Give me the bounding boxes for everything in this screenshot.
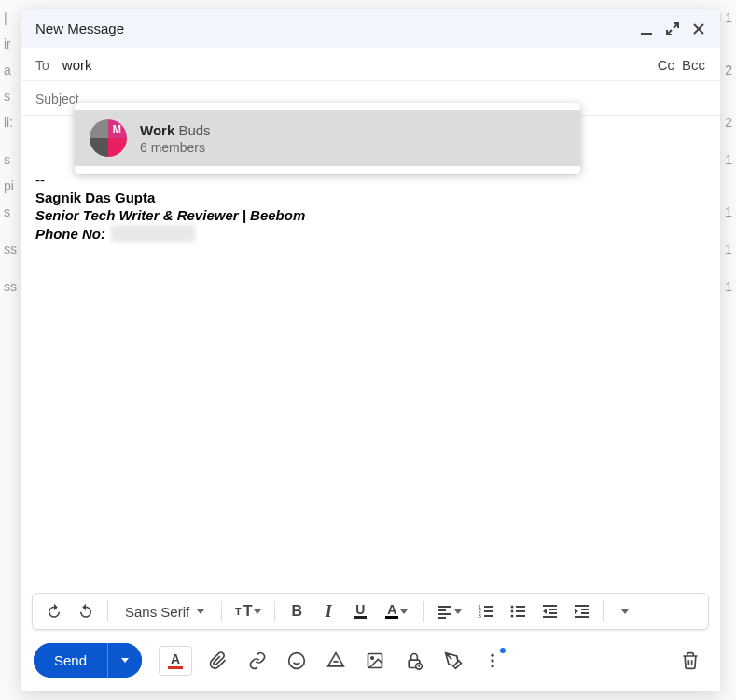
cc-button[interactable]: Cc <box>658 57 674 73</box>
insert-photo-icon[interactable] <box>358 644 392 678</box>
chevron-down-icon <box>121 658 129 663</box>
svg-point-4 <box>510 605 513 608</box>
insert-link-icon[interactable] <box>241 644 274 678</box>
close-icon[interactable] <box>692 22 705 35</box>
contact-suggestion-item[interactable]: Work Buds 6 members <box>75 110 580 166</box>
more-format-icon[interactable] <box>611 597 639 625</box>
send-options-button[interactable] <box>107 643 142 678</box>
italic-icon[interactable]: I <box>314 597 342 625</box>
more-options-icon[interactable] <box>476 644 509 678</box>
svg-point-6 <box>510 614 513 617</box>
svg-point-7 <box>289 652 305 668</box>
numbered-list-icon[interactable]: 123 <box>472 597 500 625</box>
signature-phone-label: Phone No: <box>35 226 105 242</box>
suggestion-subtitle: 6 members <box>140 140 565 155</box>
bcc-button[interactable]: Bcc <box>682 57 705 73</box>
insert-signature-icon[interactable] <box>437 644 470 678</box>
insert-emoji-icon[interactable] <box>280 644 313 678</box>
group-avatar-icon <box>90 119 127 157</box>
signature-title: Senior Tech Writer & Reviewer | Beebom <box>35 207 705 223</box>
compose-title: New Message <box>35 21 124 36</box>
insert-drive-icon[interactable] <box>319 644 353 678</box>
compose-window: New Message To Cc Bcc Work <box>21 9 720 691</box>
font-name: Sans Serif <box>125 604 189 620</box>
minimize-icon[interactable] <box>640 22 653 35</box>
svg-point-13 <box>491 659 493 662</box>
svg-point-12 <box>491 653 493 656</box>
svg-point-5 <box>510 609 513 612</box>
window-controls <box>640 22 705 35</box>
align-icon[interactable] <box>431 597 468 625</box>
signature-separator: -- <box>35 172 705 188</box>
svg-rect-0 <box>641 33 652 35</box>
chevron-down-icon <box>454 609 462 614</box>
chevron-down-icon <box>197 609 204 614</box>
signature-phone: Phone No: <box>35 225 705 242</box>
discard-draft-icon[interactable] <box>674 644 707 678</box>
compose-header: New Message <box>21 9 720 48</box>
indent-more-icon[interactable] <box>567 597 595 625</box>
send-button[interactable]: Send <box>34 643 107 678</box>
bottom-toolbar-icons: A <box>159 644 509 678</box>
font-size-icon[interactable]: TT <box>229 597 267 625</box>
text-color-icon[interactable]: A <box>378 597 415 625</box>
to-label: To <box>35 58 49 73</box>
chevron-down-icon <box>621 609 629 614</box>
underline-icon[interactable]: U <box>346 597 374 625</box>
to-input[interactable] <box>62 57 658 73</box>
font-selector[interactable]: Sans Serif <box>116 604 214 620</box>
svg-point-14 <box>491 665 493 667</box>
compose-bottom-bar: Send A <box>21 630 720 691</box>
formatting-toggle-icon[interactable]: A <box>159 646 192 676</box>
notification-dot-icon <box>500 648 506 653</box>
send-button-group: Send <box>34 643 142 678</box>
suggestion-name: Work Buds <box>140 122 565 138</box>
attach-file-icon[interactable] <box>201 644 235 678</box>
bullet-list-icon[interactable] <box>504 597 532 625</box>
undo-icon[interactable] <box>40 597 68 625</box>
indent-less-icon[interactable] <box>535 597 563 625</box>
confidential-mode-icon[interactable] <box>397 644 431 678</box>
format-toolbar: Sans Serif TT B I U A 123 <box>32 593 709 630</box>
contact-suggestion-dropdown: Work Buds 6 members <box>75 103 580 174</box>
chevron-down-icon <box>400 609 408 614</box>
suggestion-text: Work Buds 6 members <box>140 122 565 155</box>
signature-name: Sagnik Das Gupta <box>35 189 705 205</box>
recipients-row: To Cc Bcc <box>21 48 720 81</box>
svg-text:3: 3 <box>479 613 481 619</box>
bold-icon[interactable]: B <box>283 597 311 625</box>
fullscreen-icon[interactable] <box>666 22 679 35</box>
redo-icon[interactable] <box>72 597 100 625</box>
signature-phone-redacted <box>111 225 195 242</box>
svg-point-9 <box>371 656 374 659</box>
email-body[interactable]: -- Sagnik Das Gupta Senior Tech Writer &… <box>21 116 720 593</box>
chevron-down-icon <box>254 609 261 614</box>
